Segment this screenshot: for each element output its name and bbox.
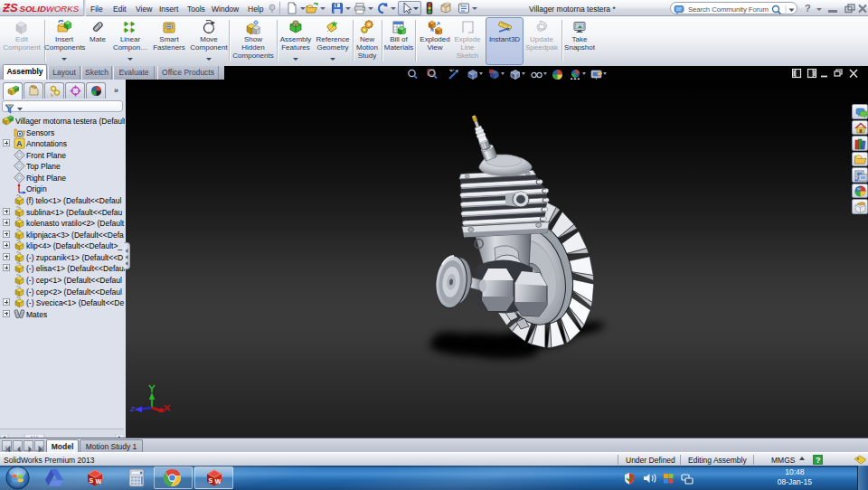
svg-text:SOLIDWORKS: SOLIDWORKS	[20, 4, 80, 14]
svg-text:Z: Z	[130, 405, 136, 412]
svg-text:?: ?	[816, 456, 821, 465]
svg-text:ƵS: ƵS	[3, 2, 18, 14]
svg-text:W: W	[215, 478, 222, 485]
svg-text:W: W	[96, 478, 102, 485]
svg-text:Search Community Forum: Search Community Forum	[688, 5, 769, 14]
svg-text:S: S	[209, 477, 213, 484]
svg-text:A: A	[16, 139, 23, 148]
svg-text:S: S	[90, 477, 94, 484]
